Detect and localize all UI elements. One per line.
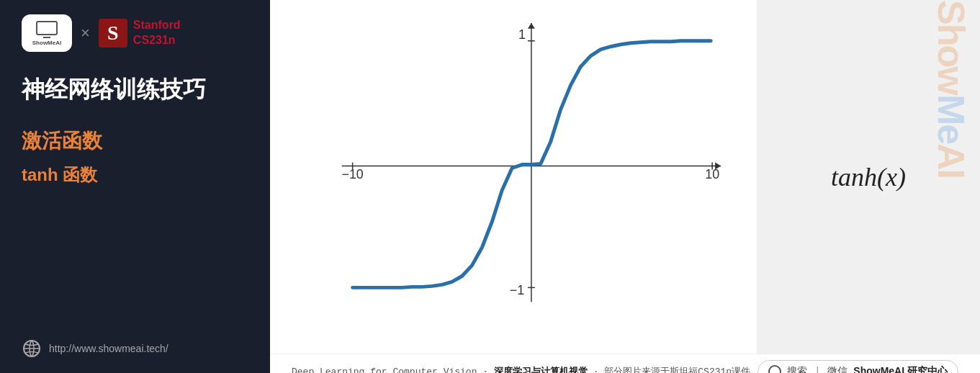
showmeai-watermark: ShowMeAI — [930, 0, 973, 354]
monitor-icon — [36, 21, 58, 35]
svg-text:−1: −1 — [510, 283, 524, 297]
search-placeholder: 搜索 — [787, 365, 807, 373]
sidebar: ShowMeAl × S Stanford CS231n 神经网络训练技巧 激活… — [0, 0, 270, 373]
svg-marker-5 — [528, 23, 535, 29]
showmeai-logo: ShowMeAl — [22, 14, 72, 52]
search-divider: | — [816, 365, 819, 373]
stanford-line2: CS231n — [133, 33, 181, 48]
bottom-dot1: · — [482, 367, 494, 373]
svg-text:1: 1 — [518, 27, 526, 42]
stanford-logo: S Stanford CS231n — [99, 18, 181, 48]
stanford-s-letter: S — [99, 19, 127, 48]
showmeai-logo-text: ShowMeAl — [32, 40, 61, 46]
bottom-bar: Deep Learning for Computer Vision · 深度学习… — [270, 354, 980, 373]
bottom-right-text: 部分图片来源于斯坦福CS231n课件 — [604, 367, 750, 373]
watermark-show: Show — [930, 0, 973, 94]
times-symbol: × — [81, 24, 90, 42]
watermark-me: Me — [930, 94, 973, 143]
tanh-graph-svg: −10 10 1 −1 — [313, 14, 728, 318]
graph-canvas: −10 10 1 −1 — [270, 0, 757, 354]
graph-area: −10 10 1 −1 tanh(x) ShowMeAI — [270, 0, 980, 354]
watermark-ai: AI — [930, 143, 973, 178]
search-brand: ShowMeAI 研究中心 — [853, 365, 948, 373]
search-icon — [768, 365, 781, 373]
sub-label: tanh 函数 — [22, 163, 248, 186]
right-panel: tanh(x) ShowMeAI — [757, 0, 980, 354]
website-row: http://www.showmeai.tech/ — [22, 338, 248, 359]
bottom-text-part1: Deep Learning for Computer Vision — [292, 367, 477, 373]
stanford-line1: Stanford — [133, 18, 181, 33]
website-url[interactable]: http://www.showmeai.tech/ — [49, 343, 168, 354]
stanford-text: Stanford CS231n — [133, 18, 181, 48]
tanh-formula: tanh(x) — [831, 162, 906, 192]
bottom-description: Deep Learning for Computer Vision · 深度学习… — [292, 365, 750, 373]
search-bar[interactable]: 搜索 | 微信 ShowMeAI 研究中心 — [758, 360, 958, 373]
main-content: −10 10 1 −1 tanh(x) ShowMeAI — [270, 0, 980, 373]
wechat-label: 微信 — [827, 365, 848, 373]
logo-area: ShowMeAl × S Stanford CS231n — [22, 14, 248, 52]
bottom-dot2: · — [593, 367, 605, 373]
website-icon — [22, 338, 42, 359]
main-title: 神经网络训练技巧 — [22, 73, 248, 106]
bottom-bold-text: 深度学习与计算机视觉 — [494, 366, 588, 373]
section-label: 激活函数 — [22, 127, 248, 155]
